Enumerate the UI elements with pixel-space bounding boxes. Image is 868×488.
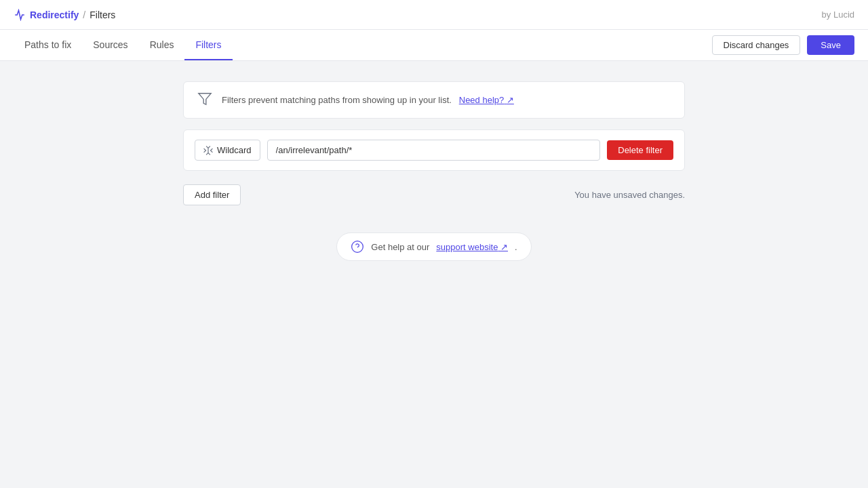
info-box-text: Filters prevent matching paths from show… (222, 95, 514, 105)
filter-icon (197, 92, 212, 106)
save-button[interactable]: Save (807, 35, 854, 55)
svg-marker-0 (199, 94, 211, 105)
breadcrumb-current: Filters (90, 9, 115, 20)
add-filter-button[interactable]: Add filter (183, 184, 241, 205)
wildcard-icon (203, 146, 213, 155)
need-help-link[interactable]: Need help? ↗ (459, 95, 514, 105)
unsaved-changes-text: You have unsaved changes. (574, 190, 685, 200)
app-logo: Redirectify (14, 9, 79, 21)
tab-filters[interactable]: Filters (184, 30, 232, 60)
app-header: Redirectify / Filters by Lucid (0, 0, 868, 30)
filter-type-button[interactable]: Wildcard (195, 140, 260, 161)
support-website-link[interactable]: support website ↗ (436, 242, 508, 252)
discard-changes-button[interactable]: Discard changes (712, 35, 801, 55)
delete-filter-button[interactable]: Delete filter (607, 140, 673, 160)
main-content: Filters prevent matching paths from show… (163, 61, 705, 281)
support-box: Get help at our support website ↗ . (183, 232, 685, 261)
support-suffix: . (515, 242, 517, 252)
top-bar: Paths to fix Sources Rules Filters Disca… (0, 30, 868, 61)
nav-tabs: Paths to fix Sources Rules Filters (14, 30, 233, 60)
svg-point-1 (352, 241, 363, 253)
tab-sources[interactable]: Sources (82, 30, 138, 60)
info-box: Filters prevent matching paths from show… (183, 81, 685, 119)
app-name: Redirectify (30, 9, 79, 20)
breadcrumb: Redirectify / Filters (14, 9, 115, 21)
filter-path-input[interactable] (267, 140, 601, 161)
filter-footer: Add filter You have unsaved changes. (183, 184, 685, 205)
tab-paths[interactable]: Paths to fix (14, 30, 82, 60)
header-actions: Discard changes Save (712, 35, 854, 55)
filter-box: Wildcard Delete filter (183, 129, 685, 171)
app-logo-icon (14, 9, 26, 21)
support-prefix: Get help at our (371, 242, 429, 252)
support-pill: Get help at our support website ↗ . (336, 232, 531, 261)
header-by: by Lucid (822, 9, 854, 20)
help-circle-icon (351, 240, 364, 253)
filter-type-label: Wildcard (217, 145, 252, 155)
info-box-icon (197, 92, 212, 108)
tab-rules[interactable]: Rules (139, 30, 185, 60)
breadcrumb-separator: / (83, 9, 85, 20)
filter-row: Wildcard Delete filter (195, 140, 673, 161)
